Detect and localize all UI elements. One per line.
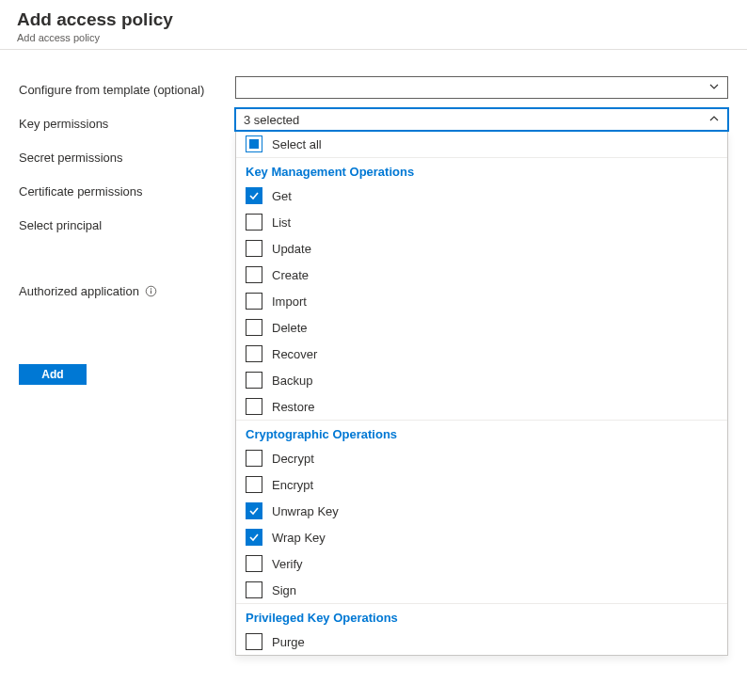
checkbox-icon bbox=[246, 319, 262, 336]
option-select-all-label: Select all bbox=[272, 137, 322, 151]
option-get-label: Get bbox=[272, 189, 292, 203]
option-list-label: List bbox=[272, 215, 291, 230]
option-wrap-key-label: Wrap Key bbox=[272, 531, 326, 545]
checkbox-icon bbox=[246, 345, 262, 362]
checkbox-icon bbox=[246, 266, 262, 283]
breadcrumb: Add access policy bbox=[17, 32, 730, 43]
checkbox-icon bbox=[246, 398, 262, 415]
svg-rect-2 bbox=[151, 290, 151, 294]
option-update[interactable]: Update bbox=[236, 235, 727, 262]
checkbox-icon bbox=[246, 214, 262, 231]
option-update-label: Update bbox=[272, 242, 311, 256]
label-configure-template: Configure from template (optional) bbox=[19, 76, 235, 103]
option-wrap-key[interactable]: Wrap Key bbox=[236, 524, 727, 550]
checkbox-icon bbox=[246, 450, 262, 467]
option-purge[interactable]: Purge bbox=[236, 628, 727, 655]
option-delete[interactable]: Delete bbox=[236, 314, 727, 341]
option-get[interactable]: Get bbox=[236, 183, 727, 209]
option-verify-label: Verify bbox=[272, 557, 303, 571]
option-restore[interactable]: Restore bbox=[236, 393, 727, 421]
checkbox-icon bbox=[246, 293, 262, 310]
label-key-permissions: Key permissions bbox=[19, 110, 235, 136]
checkbox-checked-icon bbox=[246, 502, 262, 519]
group-cryptographic: Cryptographic Operations bbox=[236, 421, 727, 445]
svg-point-1 bbox=[151, 288, 151, 289]
group-key-management: Key Management Operations bbox=[236, 158, 727, 183]
key-permissions-select[interactable]: 3 selected bbox=[235, 108, 728, 131]
option-backup-label: Backup bbox=[272, 374, 312, 388]
checkbox-indeterminate-icon bbox=[246, 135, 262, 152]
label-secret-permissions: Secret permissions bbox=[19, 144, 235, 170]
option-decrypt-label: Decrypt bbox=[272, 452, 314, 466]
option-import[interactable]: Import bbox=[236, 288, 727, 314]
option-purge-label: Purge bbox=[272, 635, 305, 649]
option-encrypt[interactable]: Encrypt bbox=[236, 471, 727, 498]
checkbox-icon bbox=[246, 476, 262, 493]
option-unwrap-key-label: Unwrap Key bbox=[272, 504, 339, 518]
option-recover[interactable]: Recover bbox=[236, 341, 727, 367]
option-sign-label: Sign bbox=[272, 583, 296, 597]
page-header: Add access policy Add access policy bbox=[0, 0, 747, 50]
label-authorized-application-text: Authorized application bbox=[19, 284, 139, 298]
label-authorized-application: Authorized application bbox=[19, 278, 235, 304]
option-select-all[interactable]: Select all bbox=[236, 131, 727, 158]
checkbox-icon bbox=[246, 372, 262, 389]
chevron-up-icon bbox=[708, 113, 720, 127]
option-restore-label: Restore bbox=[272, 400, 315, 414]
checkbox-icon bbox=[246, 240, 262, 257]
option-decrypt[interactable]: Decrypt bbox=[236, 445, 727, 471]
key-permissions-dropdown: Select all Key Management Operations Get… bbox=[235, 131, 728, 656]
configure-template-select[interactable] bbox=[235, 76, 728, 99]
option-sign[interactable]: Sign bbox=[236, 577, 727, 604]
option-delete-label: Delete bbox=[272, 321, 308, 335]
label-certificate-permissions: Certificate permissions bbox=[19, 178, 235, 204]
option-list[interactable]: List bbox=[236, 209, 727, 235]
option-backup[interactable]: Backup bbox=[236, 367, 727, 393]
checkbox-icon bbox=[246, 581, 262, 598]
option-unwrap-key[interactable]: Unwrap Key bbox=[236, 498, 727, 524]
option-create[interactable]: Create bbox=[236, 262, 727, 288]
checkbox-icon bbox=[246, 633, 262, 650]
option-recover-label: Recover bbox=[272, 347, 317, 361]
chevron-down-icon bbox=[708, 81, 720, 95]
option-create-label: Create bbox=[272, 268, 309, 282]
option-verify[interactable]: Verify bbox=[236, 550, 727, 577]
checkbox-checked-icon bbox=[246, 529, 262, 546]
option-encrypt-label: Encrypt bbox=[272, 478, 313, 492]
key-permissions-value: 3 selected bbox=[244, 113, 299, 127]
option-import-label: Import bbox=[272, 294, 307, 309]
checkbox-icon bbox=[246, 555, 262, 572]
label-select-principal: Select principal bbox=[19, 212, 235, 238]
add-button[interactable]: Add bbox=[19, 364, 87, 385]
page-title: Add access policy bbox=[17, 9, 730, 30]
checkbox-checked-icon bbox=[246, 187, 262, 204]
info-icon[interactable] bbox=[145, 285, 157, 297]
group-privileged: Privileged Key Operations bbox=[236, 604, 727, 628]
